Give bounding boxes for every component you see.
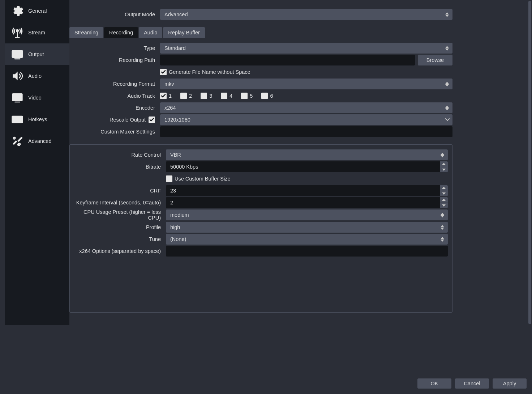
apply-button[interactable]: Apply	[493, 378, 527, 389]
ok-button[interactable]: OK	[417, 378, 451, 389]
output-mode-value: Advanced	[164, 12, 188, 17]
chevron-up-icon[interactable]	[440, 185, 448, 191]
rate-control-select[interactable]: VBR	[166, 149, 448, 160]
audio-track-3-checkbox[interactable]	[201, 93, 207, 99]
recording-path-label: Recording Path	[69, 57, 160, 63]
sidebar-item-label: Hotkeys	[28, 116, 47, 122]
bitrate-input[interactable]	[166, 161, 440, 172]
chevron-down-icon[interactable]	[440, 191, 448, 196]
sidebar-item-audio[interactable]: Audio	[5, 65, 69, 87]
audio-track-6-checkbox[interactable]	[261, 93, 268, 99]
audio-track-group: 1 2 3 4 5 6	[160, 93, 452, 99]
bitrate-label: Bitrate	[71, 164, 166, 170]
chevron-updown-icon	[442, 79, 452, 89]
chevron-updown-icon	[442, 102, 452, 113]
scrollbar[interactable]	[528, 1, 531, 324]
generate-nospace-checkbox[interactable]	[160, 69, 167, 75]
rate-control-label: Rate Control	[71, 152, 166, 158]
chevron-updown-icon	[437, 234, 448, 245]
cancel-button[interactable]: Cancel	[455, 378, 489, 389]
tab-replay-buffer[interactable]: Replay Buffer	[163, 27, 205, 38]
crf-input[interactable]	[166, 185, 440, 196]
chevron-updown-icon	[437, 222, 448, 233]
keyboard-icon	[10, 112, 25, 127]
chevron-updown-icon	[442, 9, 452, 20]
recording-format-select[interactable]: mkv	[160, 79, 452, 89]
svg-rect-2	[13, 94, 22, 101]
audio-track-1-checkbox[interactable]	[160, 93, 167, 99]
output-settings-panel: Output Mode Advanced Streaming Recording…	[69, 0, 452, 325]
sidebar-item-advanced[interactable]: Advanced	[5, 130, 69, 152]
x264opts-input[interactable]	[166, 246, 448, 257]
bitrate-stepper[interactable]	[440, 161, 448, 172]
type-select[interactable]: Standard	[160, 43, 452, 54]
chevron-down-icon[interactable]	[440, 167, 448, 173]
sidebar-item-label: Stream	[28, 30, 45, 35]
chevron-down-icon[interactable]	[440, 203, 448, 208]
antenna-icon	[10, 25, 25, 40]
output-icon	[10, 47, 25, 62]
chevron-updown-icon	[442, 43, 452, 54]
generate-nospace-label: Generate File Name without Space	[169, 69, 250, 75]
tune-select[interactable]: (None)	[166, 234, 448, 245]
preset-select[interactable]: medium	[166, 209, 448, 220]
custom-buffer-label: Use Custom Buffer Size	[175, 176, 230, 182]
encoder-select[interactable]: x264	[160, 102, 452, 113]
sidebar-item-hotkeys[interactable]: Hotkeys	[5, 109, 69, 130]
sidebar-item-label: General	[28, 8, 47, 14]
keyframe-stepper[interactable]	[440, 197, 448, 208]
sidebar-item-video[interactable]: Video	[5, 87, 69, 109]
chevron-up-icon[interactable]	[440, 197, 448, 203]
profile-label: Profile	[71, 224, 166, 230]
encoder-label: Encoder	[69, 105, 160, 111]
crf-stepper[interactable]	[440, 185, 448, 196]
profile-select[interactable]: high	[166, 222, 448, 233]
settings-sidebar: General Stream Output Audio Video Hotkey…	[5, 0, 69, 325]
gear-icon	[10, 4, 25, 18]
speaker-icon	[10, 69, 25, 83]
sidebar-item-stream[interactable]: Stream	[5, 22, 69, 43]
audio-track-5-checkbox[interactable]	[241, 93, 248, 99]
audio-track-4-checkbox[interactable]	[221, 93, 227, 99]
sidebar-item-general[interactable]: General	[5, 0, 69, 22]
output-tabs: Streaming Recording Audio Replay Buffer	[69, 27, 452, 39]
tab-recording[interactable]: Recording	[104, 27, 138, 38]
keyframe-input[interactable]	[166, 197, 440, 208]
preset-label: CPU Usage Preset (higher = less CPU)	[71, 209, 166, 221]
custom-buffer-checkbox[interactable]	[166, 175, 172, 182]
tools-icon	[10, 134, 25, 148]
audio-track-label: Audio Track	[69, 93, 160, 99]
rescale-output-checkbox[interactable]	[149, 116, 155, 123]
type-label: Type	[69, 45, 160, 51]
sidebar-item-label: Video	[28, 95, 42, 101]
sidebar-item-label: Output	[28, 51, 44, 57]
muxer-input[interactable]	[160, 126, 452, 137]
output-mode-select[interactable]: Advanced	[160, 9, 452, 20]
x264opts-label: x264 Options (separated by space)	[71, 248, 166, 254]
audio-track-2-checkbox[interactable]	[180, 93, 187, 99]
sidebar-item-label: Advanced	[28, 138, 52, 144]
muxer-label: Custom Muxer Settings	[69, 129, 160, 135]
dialog-footer: OK Cancel Apply	[417, 378, 527, 389]
recording-path-input[interactable]	[160, 55, 415, 65]
chevron-down-icon[interactable]	[442, 114, 452, 125]
chevron-up-icon[interactable]	[440, 161, 448, 167]
encoder-settings-group: Rate Control VBR Bitrate Use Custom Buff…	[69, 144, 452, 313]
sidebar-item-label: Audio	[28, 73, 42, 79]
chevron-updown-icon	[437, 149, 448, 160]
keyframe-label: Keyframe Interval (seconds, 0=auto)	[71, 200, 166, 206]
chevron-updown-icon	[437, 209, 448, 220]
output-mode-label: Output Mode	[69, 12, 160, 17]
tune-label: Tune	[71, 236, 166, 242]
crf-label: CRF	[71, 188, 166, 194]
browse-button[interactable]: Browse	[418, 55, 452, 65]
rescale-output-combo[interactable]: 1920x1080	[160, 114, 452, 125]
sidebar-item-output[interactable]: Output	[5, 43, 69, 65]
recording-format-label: Recording Format	[69, 81, 160, 87]
monitor-icon	[10, 90, 25, 105]
tab-streaming[interactable]: Streaming	[69, 27, 103, 38]
tab-audio[interactable]: Audio	[139, 27, 162, 38]
rescale-output-label: Rescale Output	[110, 117, 146, 123]
